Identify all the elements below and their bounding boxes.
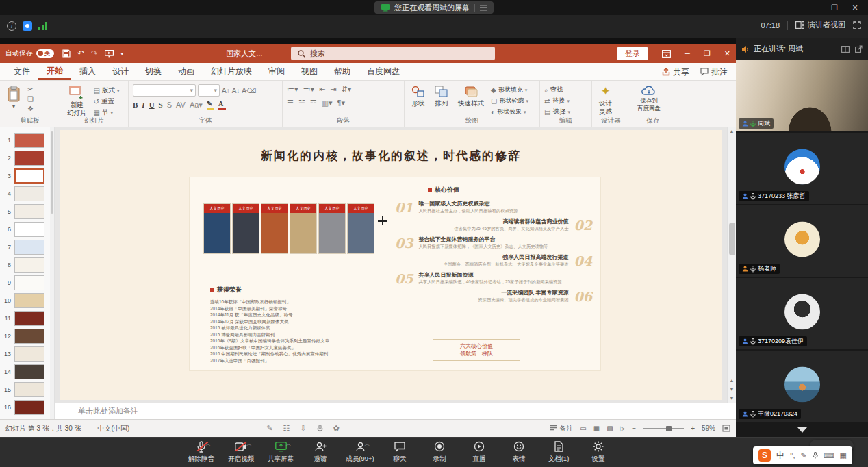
scroll-more-participants[interactable]	[736, 423, 868, 437]
zoom-out-icon[interactable]: −	[632, 425, 636, 432]
ribbon-tab[interactable]: 文件	[5, 63, 38, 80]
minimize-icon[interactable]: ─	[804, 3, 824, 12]
slideshow-view-icon[interactable]: ▷	[620, 425, 626, 432]
replace-button[interactable]: ⇄替换▾	[544, 97, 570, 105]
bullets-icon[interactable]: ≔▾	[287, 85, 298, 94]
download-icon[interactable]: ⇩	[300, 424, 306, 433]
paste-button[interactable]: ▾	[4, 84, 23, 111]
slide-thumbnail[interactable]: 4	[0, 185, 54, 203]
char-spacing-icon[interactable]: AV	[176, 101, 186, 109]
select-button[interactable]: ▤选择▾	[544, 108, 570, 116]
font-size-combo[interactable]: ▾	[198, 84, 220, 97]
slide-thumbnail[interactable]: 2	[0, 149, 54, 167]
qat-dropdown-icon[interactable]: ▾	[120, 51, 123, 57]
speaker-view-button[interactable]: 演讲者视图	[795, 20, 845, 30]
restore-icon[interactable]: ❐	[824, 3, 845, 12]
participant-tile[interactable]: 王微02170324	[736, 351, 868, 422]
arrange-button[interactable]: 排列	[432, 84, 451, 110]
dictate-icon[interactable]	[317, 425, 323, 433]
new-slide-button[interactable]: 新建 幻灯片	[64, 84, 90, 119]
zoom-knob[interactable]	[666, 426, 672, 431]
banner-menu-icon[interactable]	[480, 5, 487, 11]
ribbon-tab[interactable]: 开始	[38, 63, 71, 80]
find-button[interactable]: ⌕查找	[544, 86, 570, 94]
ribbon-tab[interactable]: 百度网盘	[359, 63, 408, 80]
thumbnail-scrollbar[interactable]	[50, 127, 54, 419]
slide-thumbnail[interactable]: 7	[0, 238, 54, 256]
shape-effects-button[interactable]: ◐形状效果▾	[491, 108, 528, 116]
line-spacing-icon[interactable]: ⇵▾	[342, 85, 352, 94]
reading-view-icon[interactable]: ▤	[607, 425, 613, 432]
participant-tile[interactable]: 37170233 张彦哲	[736, 133, 868, 204]
share-screen-button[interactable]: ︿ 共享屏幕	[266, 440, 296, 464]
participant-tile[interactable]: 杨老师	[736, 205, 868, 277]
record-button[interactable]: 录制	[424, 440, 455, 464]
popout-icon[interactable]	[855, 45, 863, 53]
save-icon[interactable]	[62, 49, 71, 58]
info-icon[interactable]: i	[7, 21, 16, 31]
redo-icon[interactable]: ↷	[91, 49, 98, 58]
language-indicator[interactable]: 中文(中国)	[98, 424, 130, 433]
scrollbar-thumb[interactable]	[729, 223, 735, 255]
meeting-shield-icon[interactable]	[23, 21, 32, 31]
cut-button[interactable]: ✂	[27, 86, 34, 93]
docs-button[interactable]: 文档(1)	[544, 440, 574, 464]
bold-button[interactable]: B	[133, 101, 138, 109]
copy-button[interactable]: ❏	[27, 95, 34, 103]
reset-button[interactable]: ↺重置	[94, 97, 120, 106]
ribbon-tab[interactable]: 设计	[104, 63, 137, 80]
slide-thumbnail[interactable]: 5	[0, 203, 54, 220]
decrease-indent-icon[interactable]: ⇤	[319, 85, 325, 94]
previous-slide-icon[interactable]: ▲	[730, 378, 735, 383]
numbering-icon[interactable]: ≕▾	[303, 85, 315, 94]
ime-mode[interactable]: 中	[776, 450, 784, 462]
pen-icon[interactable]: ✎	[266, 424, 272, 433]
settings-small-icon[interactable]: ✿	[333, 424, 340, 433]
grow-font-icon[interactable]: A↑	[222, 87, 230, 94]
ribbon-tab[interactable]: 帮助	[326, 63, 359, 80]
ppt-minimize-icon[interactable]: ─	[685, 49, 690, 58]
shape-outline-button[interactable]: ▢形状轮廓▾	[491, 97, 528, 105]
ribbon-tab[interactable]: 插入	[71, 63, 104, 80]
ribbon-tab[interactable]: 动画	[170, 63, 203, 80]
font-name-combo[interactable]: ▾	[133, 84, 196, 97]
comments-button[interactable]: 批注	[700, 66, 728, 78]
change-case-icon[interactable]: Aa▾	[190, 101, 203, 110]
slide-canvas[interactable]: 新闻化的内核，故事化的叙述，时代感的修辞 核心价值 人文历史 人文历史	[60, 130, 722, 400]
network-signal-icon[interactable]	[38, 22, 48, 30]
quick-styles-button[interactable]: 快速样式	[455, 84, 487, 110]
screen-share-banner[interactable]: 您正在观看周斌的屏幕	[374, 1, 494, 14]
zoom-level[interactable]: 59%	[702, 425, 715, 432]
search-bar[interactable]: 搜索	[291, 47, 495, 60]
ppt-close-icon[interactable]: ✕	[724, 49, 730, 58]
close-icon[interactable]: ✕	[845, 3, 865, 12]
ime-toolbox-icon[interactable]: ▦	[840, 451, 847, 460]
slide-thumbnail[interactable]: 8	[0, 256, 54, 274]
login-button[interactable]: 登录	[617, 47, 648, 60]
scroll-up-icon[interactable]: ▲	[730, 129, 735, 134]
fit-slide-icon[interactable]	[722, 425, 730, 432]
italic-button[interactable]: I	[142, 101, 144, 109]
slide-thumbnail[interactable]: 6	[0, 220, 54, 238]
live-button[interactable]: 直播	[464, 440, 494, 464]
participant-tile[interactable]: 37170209袁佳伊	[736, 278, 868, 349]
underline-button[interactable]: U	[149, 101, 155, 109]
sogou-logo[interactable]: S	[758, 449, 771, 462]
settings-button[interactable]: 设置	[583, 440, 613, 464]
slide-thumbnail[interactable]: 13	[0, 345, 54, 363]
ime-punctuation-icon[interactable]: °,	[790, 451, 795, 459]
slide-thumbnail[interactable]: 15	[0, 381, 54, 399]
align-center-icon[interactable]: ☱	[298, 99, 305, 108]
slide-thumbnail[interactable]: 16	[0, 399, 54, 416]
format-painter-button[interactable]: ❖	[27, 105, 34, 112]
shapes-button[interactable]: 形状	[409, 84, 428, 110]
shrink-font-icon[interactable]: A↓	[232, 87, 240, 94]
normal-view-icon[interactable]: ▭	[580, 425, 586, 432]
columns-icon[interactable]: ▥▾	[322, 99, 333, 108]
notes-toggle-button[interactable]: 备注	[550, 424, 573, 433]
ribbon-tab[interactable]: 切换	[137, 63, 170, 80]
ribbon-tab[interactable]: 幻灯片放映	[203, 63, 260, 80]
slide-sorter-icon[interactable]: ▦	[593, 425, 600, 432]
ppt-restore-icon[interactable]: ❐	[704, 49, 711, 58]
unmute-button[interactable]: ︿ 解除静音	[186, 440, 216, 464]
